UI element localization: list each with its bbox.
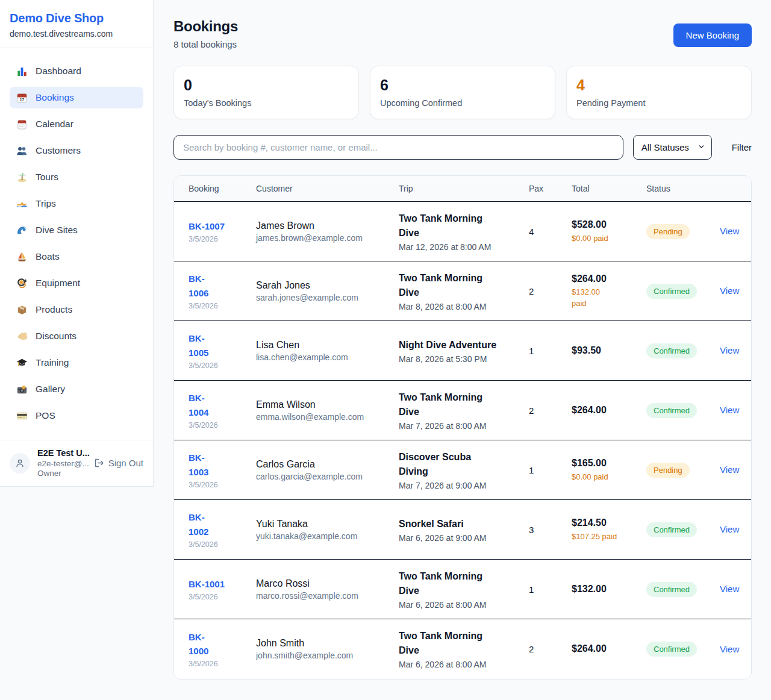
tag-icon	[16, 331, 28, 342]
view-link[interactable]: View	[720, 405, 739, 415]
sidebar-item-dashboard[interactable]: Dashboard	[10, 60, 143, 82]
stat-card-pending-payment: 4 Pending Payment	[566, 66, 752, 119]
sidebar-item-customers[interactable]: Customers	[10, 140, 143, 161]
stat-label: Upcoming Confirmed	[380, 98, 545, 108]
total-cell: $165.00 $0.00 paid	[572, 457, 646, 483]
wave-icon	[16, 225, 28, 236]
sidebar-item-label: Equipment	[36, 278, 80, 289]
view-link[interactable]: View	[720, 524, 739, 534]
customer-cell: John Smith john.smith@example.com	[256, 638, 399, 660]
booking-id-link[interactable]: BK-1002	[189, 510, 208, 539]
filter-button[interactable]: Filter	[732, 142, 752, 152]
view-link[interactable]: View	[720, 464, 739, 475]
view-link[interactable]: View	[720, 584, 739, 594]
total-cell: $264.00	[572, 642, 646, 655]
table-body: BK-1007 3/5/2026 James Brown james.brown…	[174, 202, 751, 679]
status-select-wrap: All Statuses	[633, 135, 712, 160]
booking-id-link[interactable]: BK-1006	[189, 272, 208, 300]
customer-email: carlos.garcia@example.com	[256, 472, 392, 481]
trip-datetime: Mar 8, 2026 at 5:30 PM	[399, 354, 522, 364]
booking-date: 3/5/2026	[189, 660, 249, 668]
trip-name: Two Tank Morning Dive	[399, 211, 502, 240]
customer-name: Emma Wilson	[256, 399, 392, 410]
view-link[interactable]: View	[720, 286, 739, 296]
total-bookings-count: 8 total bookings	[173, 39, 238, 49]
customer-email: sarah.jones@example.com	[256, 293, 392, 302]
actions-cell: View	[720, 584, 751, 595]
table-row: BK-1005 3/5/2026 Lisa Chen lisa.chen@exa…	[174, 321, 751, 381]
booking-id-link[interactable]: BK-1004	[189, 391, 208, 419]
calendar-icon: 17	[16, 92, 28, 104]
status-cell: Confirmed	[646, 343, 720, 358]
total-cell: $214.50 $107.25 paid	[572, 516, 646, 542]
sidebar-item-gallery[interactable]: Gallery	[10, 378, 143, 400]
sidebar-item-products[interactable]: Products	[10, 299, 143, 320]
sidebar-item-bookings[interactable]: 17 Bookings	[10, 87, 143, 108]
status-cell: Confirmed	[646, 403, 720, 418]
search-input[interactable]	[173, 135, 623, 160]
sidebar-item-training[interactable]: Training	[10, 352, 143, 373]
trip-datetime: Mar 7, 2026 at 9:00 AM	[399, 481, 522, 490]
stat-label: Pending Payment	[576, 98, 741, 108]
sign-out-button[interactable]: Sign Out	[94, 458, 143, 468]
col-header-total: Total	[572, 184, 646, 193]
customer-name: Carlos Garcia	[256, 459, 392, 470]
customer-email: james.brown@example.com	[256, 233, 392, 243]
total-amount: $528.00	[572, 218, 639, 231]
sidebar-item-dive-sites[interactable]: Dive Sites	[10, 219, 143, 241]
customer-cell: Carlos Garcia carlos.garcia@example.com	[256, 459, 399, 481]
total-amount: $93.50	[572, 344, 639, 357]
sidebar-item-discounts[interactable]: Discounts	[10, 325, 143, 347]
status-cell: Confirmed	[646, 284, 720, 299]
sidebar-item-calendar[interactable]: Calendar	[10, 113, 143, 135]
col-header-booking: Booking	[189, 184, 256, 193]
trip-cell: Snorkel Safari Mar 6, 2026 at 9:00 AM	[399, 517, 529, 543]
booking-date: 3/5/2026	[189, 361, 249, 370]
booking-date: 3/5/2026	[189, 540, 249, 549]
actions-cell: View	[720, 226, 751, 237]
pax-count: 2	[529, 644, 572, 654]
status-cell: Pending	[646, 224, 720, 239]
status-select[interactable]: All Statuses	[633, 135, 712, 160]
customer-name: Lisa Chen	[256, 340, 392, 351]
booking-id-link[interactable]: BK-1003	[189, 451, 208, 479]
bookings-table: Booking Customer Trip Pax Total Status B…	[173, 175, 752, 680]
new-booking-button[interactable]: New Booking	[673, 23, 752, 47]
user-role: Owner	[37, 469, 89, 478]
booking-date: 3/5/2026	[189, 593, 249, 601]
stat-value: 4	[576, 77, 741, 94]
trip-cell: Two Tank Morning Dive Mar 12, 2026 at 8:…	[399, 211, 529, 252]
booking-id-link[interactable]: BK-1007	[189, 219, 225, 233]
people-icon	[16, 145, 28, 157]
trip-cell: Two Tank Morning Dive Mar 6, 2026 at 8:0…	[399, 569, 529, 610]
person-icon	[14, 458, 25, 469]
table-row: BK-1007 3/5/2026 James Brown james.brown…	[174, 202, 751, 261]
sidebar-item-trips[interactable]: Trips	[10, 193, 143, 214]
booking-id-link[interactable]: BK-1000	[189, 630, 208, 658]
view-link[interactable]: View	[720, 345, 739, 355]
booking-cell: BK-1002 3/5/2026	[189, 510, 256, 549]
camera-icon	[16, 384, 28, 395]
booking-id-link[interactable]: BK-1001	[189, 577, 225, 591]
booking-id-link[interactable]: BK-1005	[189, 331, 208, 360]
booking-date: 3/5/2026	[189, 481, 249, 489]
sidebar-item-tours[interactable]: Tours	[10, 166, 143, 188]
island-icon	[16, 172, 28, 183]
view-link[interactable]: View	[720, 226, 739, 236]
status-badge: Confirmed	[646, 284, 697, 299]
view-link[interactable]: View	[720, 644, 739, 654]
stat-value: 6	[380, 77, 545, 94]
filter-row: All Statuses Filter	[173, 135, 752, 160]
pax-count: 2	[529, 286, 572, 296]
sidebar-item-equipment[interactable]: Equipment	[10, 272, 143, 294]
trip-name: Two Tank Morning Dive	[399, 271, 502, 300]
customer-cell: Yuki Tanaka yuki.tanaka@example.com	[256, 519, 399, 541]
customer-name: Yuki Tanaka	[256, 519, 392, 530]
status-badge: Confirmed	[646, 343, 697, 358]
trip-name: Two Tank Morning Dive	[399, 390, 502, 419]
sidebar-item-pos[interactable]: POS	[10, 405, 143, 427]
sidebar-item-label: Products	[36, 304, 72, 315]
trip-datetime: Mar 8, 2026 at 8:00 AM	[399, 302, 522, 311]
sidebar-item-boats[interactable]: Boats	[10, 246, 143, 267]
bar-chart-icon	[16, 66, 28, 77]
